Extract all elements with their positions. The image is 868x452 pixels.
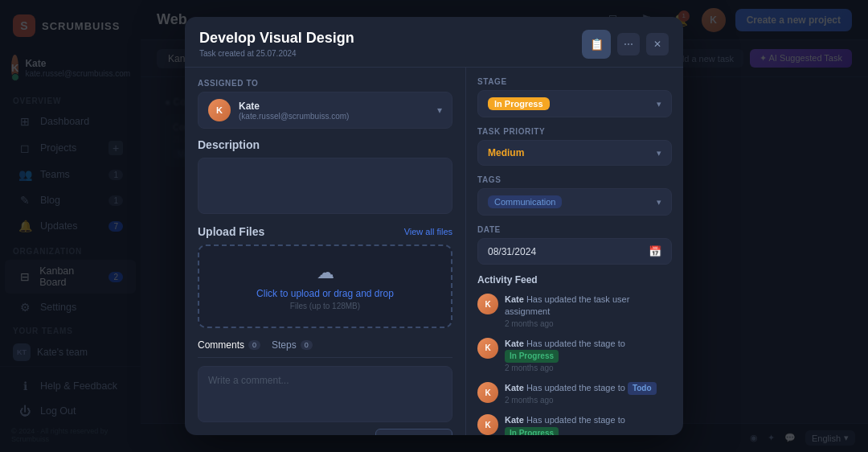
activity-text: Kate Has updated the task user assignmen…: [505, 294, 672, 318]
assignee-name: Kate: [239, 101, 349, 112]
tags-selector[interactable]: Communication ▾: [477, 188, 672, 216]
activity-item: K Kate Has updated the task user assignm…: [477, 294, 672, 328]
modal-title: Develop Visual Design: [199, 30, 354, 47]
activity-feed-label: Activity Feed: [477, 274, 672, 286]
cloud-upload-icon: ☁: [215, 262, 435, 283]
modal-overlay: Develop Visual Design Task created at 25…: [0, 0, 868, 452]
chevron-down-icon: ▾: [657, 148, 661, 158]
upload-hint: Files (up to 128MB): [215, 302, 435, 310]
activity-text: Kate Has updated the stage to In Progres…: [505, 338, 672, 363]
modal-right-panel: Stage In Progress ▾ Task Priority Medium…: [466, 68, 683, 435]
assigned-to-label: Assigned to: [198, 79, 452, 88]
upload-title: Upload Files: [198, 225, 264, 238]
upload-header: Upload Files View all files: [198, 225, 452, 238]
stage-selector[interactable]: In Progress ▾: [477, 90, 672, 117]
chevron-down-icon: ▾: [657, 99, 661, 109]
calendar-icon: 📅: [649, 245, 661, 257]
activity-item: K Kate Has updated the stage to In Progr…: [477, 414, 672, 435]
activity-avatar: K: [477, 294, 498, 314]
activity-item: K Kate Has updated the stage to In Progr…: [477, 338, 672, 372]
todo-badge: Todo: [628, 382, 657, 395]
activity-content: Kate Has updated the stage to In Progres…: [505, 338, 672, 372]
activity-content: Kate Has updated the stage to In Progres…: [505, 414, 672, 435]
activity-time: 2 months ago: [505, 364, 672, 372]
priority-value: Medium: [488, 147, 524, 158]
upload-text: Click to upload or drag and drop: [215, 288, 435, 299]
activity-avatar: K: [477, 338, 498, 359]
activity-avatar: K: [477, 414, 498, 435]
activity-time: 2 months ago: [505, 396, 657, 405]
priority-field: Task Priority Medium ▾: [477, 127, 672, 166]
stage-badge: In Progress: [505, 350, 559, 363]
stage-badge: In Progress: [505, 427, 559, 435]
priority-selector[interactable]: Medium ▾: [477, 140, 672, 166]
comment-placeholder: Write a comment...: [208, 375, 289, 386]
modal-header-icons: 📋 ⋯ ✕: [582, 30, 669, 59]
modal-left-panel: Assigned to K Kate (kate.russel@scrumbui…: [185, 68, 466, 435]
upload-zone[interactable]: ☁ Click to upload or drag and drop Files…: [198, 244, 452, 328]
tags-value: Communication: [488, 195, 562, 208]
activity-content: Kate Has updated the stage to Todo 2 mon…: [505, 382, 657, 405]
modal-header: Develop Visual Design Task created at 25…: [185, 17, 683, 68]
close-button[interactable]: ✕: [646, 33, 669, 55]
activity-text: Kate Has updated the stage to Todo: [505, 382, 657, 395]
post-comment-button[interactable]: Post comment: [375, 429, 452, 435]
activity-text: Kate Has updated the stage to In Progres…: [505, 414, 672, 435]
date-selector[interactable]: 08/31/2024 📅: [477, 238, 672, 265]
tags-label: Tags: [477, 175, 672, 184]
modal-title-area: Develop Visual Design Task created at 25…: [199, 30, 354, 58]
date-value: 08/31/2024: [488, 246, 536, 257]
modal-body: Assigned to K Kate (kate.russel@scrumbui…: [185, 68, 683, 435]
steps-count: 0: [301, 340, 313, 350]
chevron-down-icon: ▾: [437, 105, 442, 116]
modal-task-icon: 📋: [582, 30, 611, 59]
stage-value: In Progress: [488, 97, 550, 110]
activity-avatar: K: [477, 382, 498, 403]
comment-input[interactable]: Write a comment...: [198, 366, 452, 422]
tab-steps[interactable]: Steps 0: [272, 339, 313, 351]
activity-item: K Kate Has updated the stage to Todo 2 m…: [477, 382, 672, 405]
modal-subtitle: Task created at 25.07.2024: [199, 49, 354, 58]
task-modal: Develop Visual Design Task created at 25…: [185, 17, 683, 435]
date-label: Date: [477, 225, 672, 234]
activity-content: Kate Has updated the task user assignmen…: [505, 294, 672, 328]
tags-field: Tags Communication ▾: [477, 175, 672, 216]
priority-label: Task Priority: [477, 127, 672, 136]
more-options-button[interactable]: ⋯: [617, 33, 640, 55]
comment-tabs: Comments 0 Steps 0: [198, 339, 452, 358]
date-field: Date 08/31/2024 📅: [477, 225, 672, 265]
tab-comments[interactable]: Comments 0: [198, 339, 260, 351]
description-label: Description: [198, 138, 452, 151]
click-to-upload-link[interactable]: Click to upload: [256, 288, 320, 299]
chevron-down-icon: ▾: [657, 197, 661, 208]
assignee-selector[interactable]: K Kate (kate.russel@scrumbuiss.com) ▾: [198, 92, 452, 129]
activity-time: 2 months ago: [505, 319, 672, 328]
stage-field: Stage In Progress ▾: [477, 77, 672, 117]
assignee-avatar: K: [208, 99, 231, 121]
comments-count: 0: [248, 340, 260, 350]
assignee-email: (kate.russel@scrumbuiss.com): [239, 112, 349, 121]
view-all-files-link[interactable]: View all files: [404, 227, 452, 236]
description-area[interactable]: [198, 158, 452, 214]
stage-label: Stage: [477, 77, 672, 86]
assignee-info: Kate (kate.russel@scrumbuiss.com): [239, 101, 349, 121]
